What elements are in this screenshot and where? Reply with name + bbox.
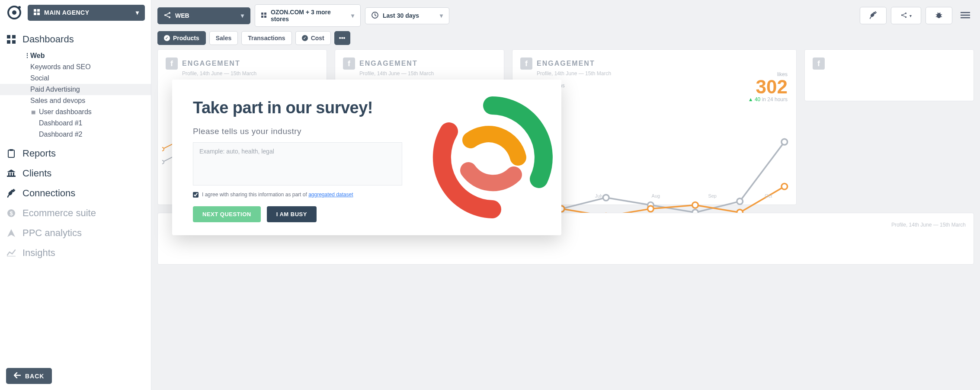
arrow-left-icon — [14, 372, 21, 380]
dashboard-icon — [6, 35, 16, 44]
survey-agree[interactable]: I agree with sharing this information as… — [193, 192, 402, 198]
svg-point-1 — [12, 10, 16, 15]
back-label: BACK — [25, 373, 44, 380]
pill-cost[interactable]: ✓ Cost — [295, 31, 331, 45]
card-title: ENGAGEMENT — [359, 60, 418, 67]
pill-sales[interactable]: Sales — [209, 31, 238, 45]
survey-agree-checkbox[interactable] — [193, 192, 199, 198]
grid-icon — [34, 9, 40, 16]
sidebar-item-sales-devops[interactable]: Sales and devops — [0, 95, 151, 106]
context-web-label: WEB — [175, 12, 189, 19]
sidebar-item-web[interactable]: Web — [0, 50, 151, 61]
stores-selector[interactable]: OZON.COM + 3 more stores ▾ — [255, 4, 361, 27]
nav-dashboards[interactable]: Dashboards — [0, 29, 151, 49]
pill-transactions[interactable]: Transactions — [241, 31, 291, 45]
context-web-selector[interactable]: WEB ▾ — [157, 7, 250, 24]
svg-rect-13 — [7, 176, 16, 177]
date-range-label: Last 30 days — [383, 12, 419, 19]
bug-button[interactable] — [926, 7, 952, 24]
plug-icon — [869, 11, 877, 20]
facebook-icon: f — [166, 58, 178, 70]
svg-point-35 — [937, 13, 941, 18]
chevron-down-icon: ▾ — [351, 12, 354, 19]
facebook-icon: f — [343, 58, 355, 70]
aggregated-dataset-link[interactable]: aggregated dataset — [308, 192, 353, 198]
i-am-busy-button[interactable]: I AM BUSY — [267, 206, 317, 222]
survey-input[interactable] — [193, 142, 402, 185]
nav-connections[interactable]: Connections — [0, 183, 151, 203]
nav-ppc[interactable]: PPC analytics — [0, 223, 151, 243]
svg-rect-28 — [261, 16, 263, 18]
axis-label: Aug — [652, 193, 660, 198]
svg-point-32 — [901, 14, 903, 16]
axis-label: Oct — [765, 193, 772, 198]
svg-point-47 — [737, 198, 743, 205]
sidebar: MAIN AGENCY ▾ Dashboards Web Keywords an… — [0, 0, 151, 390]
svg-point-34 — [905, 16, 906, 18]
share-nodes-icon — [164, 12, 171, 20]
nav-insights[interactable]: Insights — [0, 243, 151, 263]
svg-rect-26 — [261, 13, 263, 15]
facebook-icon: f — [520, 58, 532, 70]
svg-marker-21 — [7, 229, 15, 237]
pill-more[interactable]: ••• — [334, 31, 350, 45]
svg-point-39 — [162, 147, 164, 151]
nav-reports[interactable]: Reports — [0, 144, 151, 163]
card-title: ENGAGEMENT — [182, 60, 240, 67]
sidebar-item-social[interactable]: Social — [0, 73, 151, 84]
svg-point-2 — [18, 6, 21, 9]
sidebar-item-user-dashboards[interactable]: ▦User dashboards — [0, 106, 151, 118]
nav-dashboards-label: Dashboards — [22, 34, 74, 45]
menu-button[interactable] — [957, 7, 974, 24]
chevron-down-icon: ▾ — [910, 13, 912, 18]
svg-marker-17 — [7, 169, 16, 172]
sidebar-item-dashboard-2[interactable]: Dashboard #2 — [0, 129, 151, 140]
svg-rect-16 — [13, 173, 14, 176]
nav-ecommerce-label: Ecommerce suite — [22, 208, 96, 219]
svg-point-41 — [162, 160, 164, 164]
sidebar-item-dashboard-1[interactable]: Dashboard #1 — [0, 118, 151, 129]
ppc-icon — [6, 229, 16, 237]
agency-selector[interactable]: MAIN AGENCY ▾ — [28, 5, 145, 21]
likes-value: 302 — [748, 77, 788, 96]
sidebar-item-keywords[interactable]: Keywords and SEO — [0, 61, 151, 73]
svg-rect-7 — [7, 35, 10, 38]
clock-icon — [372, 12, 378, 20]
app-logo — [6, 4, 22, 21]
svg-rect-8 — [12, 35, 16, 38]
stores-label: OZON.COM + 3 more stores — [271, 9, 347, 22]
svg-rect-6 — [37, 13, 40, 15]
nav-ppc-label: PPC analytics — [22, 227, 82, 239]
nav-clients[interactable]: Clients — [0, 163, 151, 183]
svg-point-53 — [692, 202, 698, 208]
svg-point-52 — [648, 206, 654, 212]
survey-question: Please tells us your industry — [193, 127, 402, 136]
nav-reports-label: Reports — [22, 148, 56, 159]
reports-icon — [6, 149, 16, 158]
chevron-down-icon: ▾ — [241, 12, 244, 19]
date-range-selector[interactable]: Last 30 days ▾ — [365, 7, 449, 24]
back-button[interactable]: BACK — [6, 368, 52, 384]
bug-icon — [935, 11, 943, 20]
nav-ecommerce[interactable]: $ Ecommerce suite — [0, 203, 151, 223]
nav-insights-label: Insights — [22, 247, 55, 259]
hamburger-icon — [961, 12, 970, 20]
svg-rect-3 — [34, 9, 36, 12]
svg-rect-14 — [8, 173, 10, 176]
next-question-button[interactable]: NEXT QUESTION — [193, 206, 261, 222]
share-button[interactable]: ▾ — [891, 7, 921, 24]
pill-products[interactable]: ✓ Products — [157, 31, 206, 45]
svg-rect-10 — [12, 40, 16, 44]
svg-point-23 — [164, 14, 166, 16]
sidebar-item-paid-advertising[interactable]: Paid Advertising — [0, 84, 151, 95]
check-icon: ✓ — [164, 35, 170, 41]
survey-title: Take part in our survey! — [193, 99, 402, 117]
svg-point-55 — [781, 183, 788, 189]
svg-point-48 — [781, 139, 788, 145]
card-subtitle: Profile, 14th June — 15th March — [359, 70, 496, 77]
connect-button[interactable] — [860, 7, 887, 24]
svg-point-24 — [169, 12, 170, 14]
grid-small-icon: ▦ — [31, 109, 35, 115]
check-icon: ✓ — [302, 35, 308, 41]
svg-rect-15 — [11, 173, 12, 176]
